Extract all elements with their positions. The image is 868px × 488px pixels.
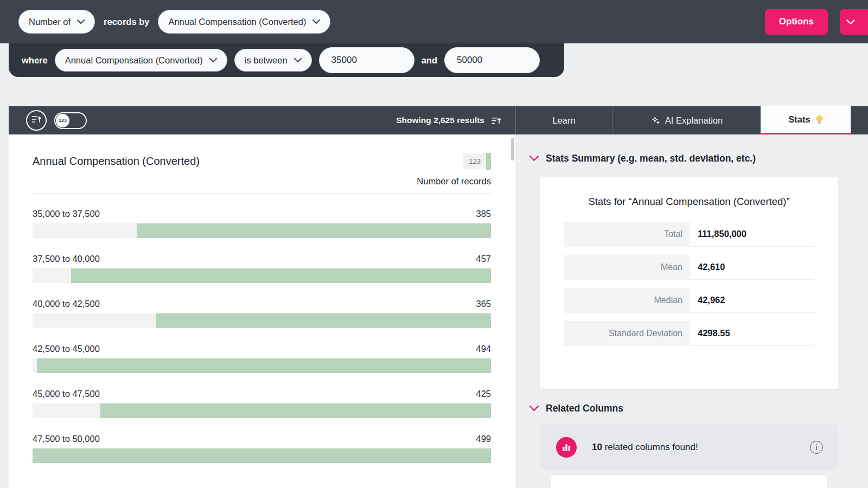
app: Number of records by Annual Compensation…	[0, 0, 868, 488]
chart-panel: Annual Compensation (Converted) 123 Numb…	[9, 134, 515, 488]
column-dropdown-label: Annual Compensation (Converted)	[168, 17, 306, 27]
sort-options-button[interactable]	[26, 110, 47, 131]
bar[interactable]	[33, 223, 491, 238]
stat-label: Median	[564, 288, 690, 313]
where-label: where	[22, 55, 48, 66]
numeric-display-toggle[interactable]: 123	[54, 112, 87, 129]
numeric-type-badge: 123	[463, 153, 486, 169]
bar-category-label: 40,000 to 42,500	[33, 299, 100, 309]
mini-bar-icon	[486, 153, 491, 170]
bar-category-label: 47,500 to 50,000	[33, 434, 100, 444]
showing-results-label: Showing 2,625 results	[396, 115, 484, 125]
filter-bar: where Annual Compensation (Converted) is…	[9, 43, 564, 77]
query-toolbar: Number of records by Annual Compensation…	[0, 0, 868, 43]
stat-value: 42,962	[690, 288, 814, 313]
chevron-down-icon	[209, 58, 217, 63]
stat-row: Mean42,610	[564, 255, 814, 280]
chevron-down-icon	[529, 406, 539, 412]
bar-fill	[156, 313, 491, 328]
stat-value: 4298.55	[690, 321, 814, 346]
chart-row: 40,000 to 42,500365	[33, 299, 491, 328]
filter-max-input[interactable]	[444, 47, 540, 73]
stats-summary-section-header[interactable]: Stats Summary (e.g. mean, std. deviation…	[529, 153, 868, 164]
stat-row: Median42,962	[564, 288, 814, 313]
chart-rows: 35,000 to 37,50038537,500 to 40,00045740…	[33, 209, 491, 463]
chevron-down-icon	[846, 17, 855, 27]
tab-learn-label: Learn	[552, 115, 575, 126]
chart-row: 35,000 to 37,500385	[33, 209, 491, 238]
bar-chart-icon	[556, 437, 577, 458]
tab-stats[interactable]: Stats	[761, 106, 851, 134]
related-columns-section-header[interactable]: Related Columns	[529, 403, 868, 414]
tab-strip-filler	[851, 106, 868, 134]
filter-min-input[interactable]	[319, 47, 414, 73]
lightbulb-icon	[815, 114, 824, 125]
column-type-badge[interactable]: 123	[463, 153, 491, 170]
chart-row: 37,500 to 40,000457	[33, 254, 491, 283]
column-dropdown[interactable]: Annual Compensation (Converted)	[158, 10, 330, 34]
chart-title: Annual Compensation (Converted)	[33, 155, 200, 168]
tab-ai-explanation[interactable]: AI Explanation	[612, 106, 761, 134]
stats-table: Total111,850,000Mean42,610Median42,962St…	[564, 222, 814, 346]
aggregation-dropdown[interactable]: Number of	[18, 10, 95, 34]
stats-panel: Stats Summary (e.g. mean, std. deviation…	[515, 134, 868, 488]
divider	[33, 193, 491, 194]
related-message-text: related columns found!	[602, 442, 698, 452]
stat-label: Mean	[564, 255, 690, 280]
sort-results-button[interactable]	[491, 115, 501, 126]
bar-fill	[137, 223, 491, 238]
chevron-down-icon	[529, 156, 539, 162]
filter-column-label: Annual Compensation (Converted)	[65, 55, 203, 66]
value-axis-label: Number of records	[33, 176, 491, 187]
numeric-toggle-icon: 123	[56, 114, 69, 127]
bar-value-label: 499	[476, 434, 491, 444]
bar[interactable]	[33, 448, 491, 463]
next-card-edge	[551, 475, 827, 488]
bar-category-label: 35,000 to 37,500	[33, 209, 100, 219]
tab-learn[interactable]: Learn	[515, 106, 612, 134]
tab-ai-label: AI Explanation	[665, 115, 723, 126]
chart-row: 47,500 to 50,000499	[33, 434, 491, 463]
stat-row: Standard Deviation4298.55	[564, 321, 814, 346]
bar[interactable]	[33, 268, 491, 283]
bar-value-label: 365	[476, 299, 491, 309]
bar[interactable]	[33, 403, 491, 418]
chart-row: 42,500 to 45,000494	[33, 344, 491, 373]
filter-operator-dropdown[interactable]: is between	[234, 49, 312, 72]
bar-category-label: 45,000 to 47,500	[33, 389, 100, 399]
bar-category-label: 42,500 to 45,000	[33, 344, 100, 354]
bar-fill	[37, 358, 491, 373]
stats-summary-title: Stats Summary (e.g. mean, std. deviation…	[546, 153, 756, 164]
stat-value: 42,610	[690, 255, 814, 280]
stat-row: Total111,850,000	[564, 222, 814, 247]
related-columns-message: 10 related columns found!	[592, 442, 698, 453]
tab-stats-label: Stats	[788, 114, 810, 125]
bar[interactable]	[33, 313, 491, 328]
stat-label: Total	[564, 222, 690, 247]
related-count: 10	[592, 442, 602, 452]
chevron-down-icon	[312, 20, 320, 24]
records-by-label: records by	[104, 17, 149, 27]
stats-card-title: Stats for “Annual Compensation (Converte…	[540, 196, 838, 208]
bar-value-label: 494	[476, 344, 491, 354]
options-button[interactable]: Options	[765, 9, 828, 35]
stats-card: Stats for “Annual Compensation (Converte…	[540, 177, 838, 389]
bar-fill	[100, 403, 491, 418]
options-dropdown-button[interactable]	[840, 9, 868, 35]
info-icon[interactable]: i	[810, 441, 823, 454]
stat-label: Standard Deviation	[564, 321, 690, 346]
bar-value-label: 385	[476, 209, 491, 219]
bar-fill	[71, 268, 491, 283]
filter-column-dropdown[interactable]: Annual Compensation (Converted)	[55, 49, 227, 72]
bar[interactable]	[33, 358, 491, 373]
bar-value-label: 457	[476, 254, 491, 264]
chevron-down-icon	[77, 20, 85, 24]
results-header-left: 123 Showing 2,625 results	[9, 106, 515, 134]
bar-fill	[33, 448, 491, 463]
related-columns-card: 10 related columns found! i	[540, 424, 838, 471]
stat-value: 111,850,000	[690, 222, 814, 247]
related-columns-title: Related Columns	[546, 403, 623, 414]
scrollbar-thumb[interactable]	[511, 138, 514, 160]
and-label: and	[422, 55, 437, 66]
sparkle-icon	[650, 115, 660, 125]
